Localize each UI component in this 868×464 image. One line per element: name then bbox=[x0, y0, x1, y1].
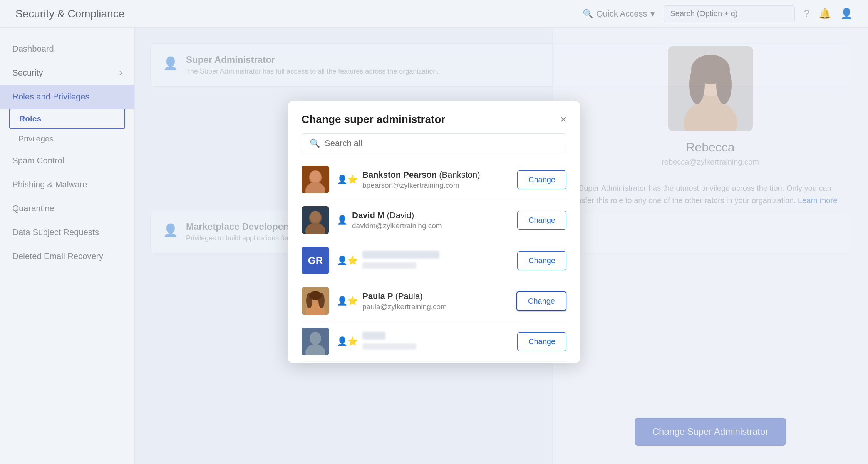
modal-search-input[interactable] bbox=[325, 138, 558, 148]
user-email: bpearson@zylkertraining.com bbox=[362, 181, 509, 190]
user-email bbox=[362, 343, 509, 351]
avatar: GR bbox=[302, 247, 329, 274]
user-email bbox=[362, 262, 509, 271]
change-admin-modal: Change super administrator × 🔍 bbox=[288, 101, 580, 363]
modal-search-box[interactable]: 🔍 bbox=[302, 133, 566, 153]
avatar bbox=[302, 287, 329, 315]
user-info: 👤⭐ bbox=[337, 332, 509, 351]
svg-point-20 bbox=[309, 291, 322, 300]
user-row: 👤 David M (David) davidm@zylkertraining.… bbox=[302, 200, 566, 240]
user-details: David M (David) davidm@zylkertraining.co… bbox=[352, 210, 509, 230]
user-role-icon: 👤⭐ bbox=[337, 336, 358, 346]
user-role-icon: 👤⭐ bbox=[337, 256, 358, 266]
change-button[interactable]: Change bbox=[517, 332, 566, 351]
change-button-highlighted[interactable]: Change bbox=[516, 291, 566, 311]
user-name bbox=[362, 332, 509, 342]
user-info: 👤 David M (David) davidm@zylkertraining.… bbox=[337, 210, 509, 230]
avatar bbox=[302, 166, 329, 193]
modal-close-button[interactable]: × bbox=[560, 114, 566, 125]
svg-point-14 bbox=[310, 211, 321, 223]
user-details: Bankston Pearson (Bankston) bpearson@zyl… bbox=[362, 170, 509, 190]
user-details bbox=[362, 332, 509, 351]
user-info: 👤⭐ Bankston Pearson (Bankston) bpearson@… bbox=[337, 170, 509, 190]
user-info: 👤⭐ bbox=[337, 251, 509, 271]
user-email: davidm@zylkertraining.com bbox=[352, 222, 509, 230]
user-role-icon: 👤⭐ bbox=[337, 175, 358, 185]
change-button[interactable]: Change bbox=[517, 170, 566, 189]
user-name: David M (David) bbox=[352, 210, 509, 220]
user-row: 👤⭐ Change bbox=[302, 321, 566, 362]
modal-title: Change super administrator bbox=[302, 113, 445, 126]
user-name: Bankston Pearson (Bankston) bbox=[362, 170, 509, 180]
user-details bbox=[362, 251, 509, 271]
user-row: 👤⭐ Paula P (Paula) paula@zylkertraining.… bbox=[302, 281, 566, 321]
svg-point-22 bbox=[310, 332, 321, 345]
user-row: GR 👤⭐ Change bbox=[302, 240, 566, 281]
user-name: Paula P (Paula) bbox=[362, 291, 509, 301]
user-details: Paula P (Paula) paula@zylkertraining.com bbox=[362, 291, 509, 311]
avatar bbox=[302, 328, 329, 355]
user-info: 👤⭐ Paula P (Paula) paula@zylkertraining.… bbox=[337, 291, 509, 311]
user-row: 👤⭐ Bankston Pearson (Bankston) bpearson@… bbox=[302, 160, 566, 200]
svg-point-10 bbox=[310, 171, 321, 182]
user-name bbox=[362, 251, 509, 261]
change-button[interactable]: Change bbox=[517, 251, 566, 270]
change-button[interactable]: Change bbox=[517, 211, 566, 230]
user-role-icon: 👤⭐ bbox=[337, 296, 358, 306]
modal-header: Change super administrator × bbox=[288, 101, 580, 133]
modal-search-icon: 🔍 bbox=[310, 138, 320, 148]
user-role-icon: 👤 bbox=[337, 215, 347, 225]
modal-user-list: 👤⭐ Bankston Pearson (Bankston) bpearson@… bbox=[288, 160, 580, 363]
user-email: paula@zylkertraining.com bbox=[362, 303, 509, 311]
modal-backdrop: Change super administrator × 🔍 bbox=[0, 0, 868, 464]
avatar bbox=[302, 206, 329, 234]
